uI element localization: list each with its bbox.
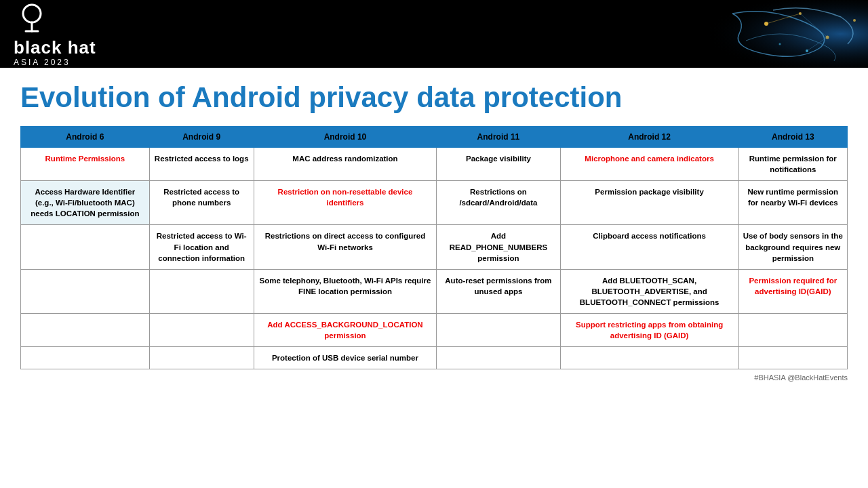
table-row: Add ACCESS_BACKGROUND_LOCATION permissio… — [21, 314, 848, 347]
table-cell — [738, 314, 847, 347]
logo: black hat ASIA 2023 — [14, 1, 96, 67]
table-cell — [560, 347, 738, 369]
table-cell — [437, 314, 560, 347]
col-header-android6: Android 6 — [21, 127, 150, 148]
table-cell: Use of body sensors in the background re… — [738, 225, 847, 269]
header: black hat ASIA 2023 — [0, 0, 868, 68]
table-cell — [738, 347, 847, 369]
table-cell: MAC address randomization — [254, 148, 437, 181]
table-cell: Support restricting apps from obtaining … — [560, 314, 738, 347]
header-decoration — [529, 0, 868, 68]
page-title: Evolution of Android privacy data protec… — [20, 81, 848, 114]
table-row: Some telephony, Bluetooth, Wi-Fi APIs re… — [21, 269, 848, 313]
table-cell — [21, 225, 150, 269]
logo-brandname: black hat — [14, 39, 96, 56]
col-header-android10: Android 10 — [254, 127, 437, 148]
table-row: Protection of USB device serial number — [21, 347, 848, 369]
table-cell: Permission package visibility — [560, 181, 738, 225]
privacy-table: Android 6 Android 9 Android 10 Android 1… — [20, 126, 848, 369]
col-header-android9: Android 9 — [149, 127, 254, 148]
table-row: Runtime PermissionsRestricted access to … — [21, 148, 848, 181]
table-cell: Runtime Permissions — [21, 148, 150, 181]
table-cell: Protection of USB device serial number — [254, 347, 437, 369]
table-cell: Permission required for advertising ID(G… — [738, 269, 847, 313]
table-cell: Package visibility — [437, 148, 560, 181]
table-cell — [21, 314, 150, 347]
table-row: Restricted access to Wi-Fi location and … — [21, 225, 848, 269]
table-cell — [21, 269, 150, 313]
table-cell: New runtime permission for nearby Wi-Fi … — [738, 181, 847, 225]
table-cell: Runtime permission for notifications — [738, 148, 847, 181]
col-header-android11: Android 11 — [437, 127, 560, 148]
table-cell: Restrictions on /sdcard/Android/data — [437, 181, 560, 225]
svg-point-9 — [853, 19, 856, 22]
table-cell: Clipboard access notifications — [560, 225, 738, 269]
table-cell: Add READ_PHONE_NUMBERS permission — [437, 225, 560, 269]
table-cell: Restricted access to phone numbers — [149, 181, 254, 225]
col-header-android12: Android 12 — [560, 127, 738, 148]
logo-icon — [14, 1, 51, 39]
table-cell: Auto-reset permissions from unused apps — [437, 269, 560, 313]
table-cell: Restricted access to Wi-Fi location and … — [149, 225, 254, 269]
table-cell: Restrictions on direct access to configu… — [254, 225, 437, 269]
table-header-row: Android 6 Android 9 Android 10 Android 1… — [21, 127, 848, 148]
table-cell — [149, 269, 254, 313]
table-cell: Some telephony, Bluetooth, Wi-Fi APIs re… — [254, 269, 437, 313]
table-cell: Add ACCESS_BACKGROUND_LOCATION permissio… — [254, 314, 437, 347]
table-cell: Restricted access to logs — [149, 148, 254, 181]
table-cell: Microphone and camera indicators — [560, 148, 738, 181]
table-row: Access Hardware Identifier (e.g., Wi-Fi/… — [21, 181, 848, 225]
svg-point-8 — [779, 43, 781, 45]
logo-sub: ASIA 2023 — [14, 58, 71, 67]
table-cell — [21, 347, 150, 369]
table-cell: Restriction on non-resettable device ide… — [254, 181, 437, 225]
table-cell — [149, 314, 254, 347]
main-content: Evolution of Android privacy data protec… — [0, 68, 868, 388]
table-cell: Add BLUETOOTH_SCAN, BLUETOOTH_ADVERTISE,… — [560, 269, 738, 313]
footer-text: #BHASIA @BlackHatEvents — [20, 373, 848, 382]
svg-point-0 — [23, 5, 41, 22]
table-cell: Access Hardware Identifier (e.g., Wi-Fi/… — [21, 181, 150, 225]
table-cell — [149, 347, 254, 369]
col-header-android13: Android 13 — [738, 127, 847, 148]
table-cell — [437, 347, 560, 369]
